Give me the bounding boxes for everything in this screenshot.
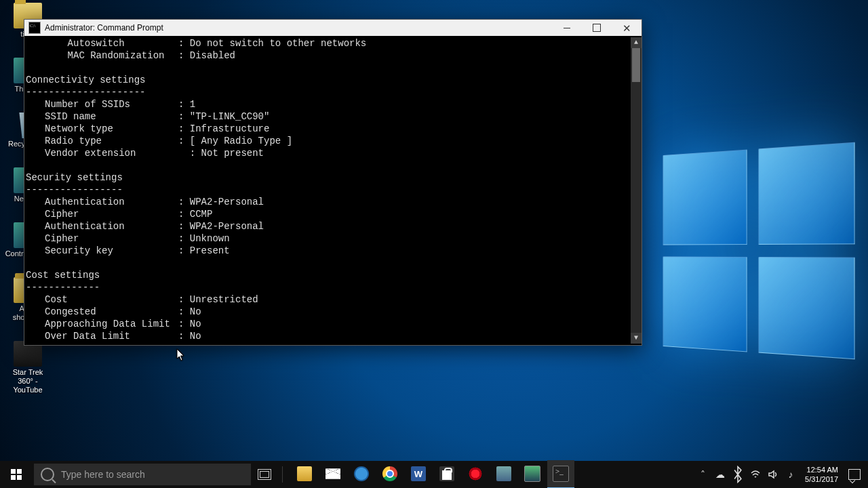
file-explorer-icon: [297, 466, 312, 481]
taskbar-app-file-explorer[interactable]: [291, 460, 318, 488]
terminal-section-heading: Security settings: [26, 171, 631, 184]
terminal-line: Congested: No: [26, 306, 631, 318]
taskbar-app-mail[interactable]: [319, 460, 347, 488]
word-icon: W: [411, 466, 426, 481]
tray-volume-icon[interactable]: [764, 461, 782, 488]
taskbar-app-app-generic[interactable]: [490, 460, 517, 488]
taskbar-app-photos[interactable]: [519, 460, 546, 488]
terminal-line: Roaming: No: [26, 342, 631, 344]
search-placeholder: Type here to search: [61, 469, 145, 480]
desktop-icon-label: Star Trek 360° - YouTube: [4, 368, 52, 394]
terminal-line: Cipher: Unknown: [26, 232, 631, 245]
terminal-line: Authentication: WPA2-Personal: [26, 220, 631, 232]
terminal-section-heading: Connectivity settings: [26, 74, 631, 86]
clock-date: 5/31/2017: [805, 474, 838, 484]
terminal-line: SSID name: "TP-LINK_CC90": [26, 110, 631, 123]
chrome-icon: [382, 466, 397, 481]
taskbar-app-edge[interactable]: [348, 460, 375, 488]
taskbar-app-chrome[interactable]: [376, 460, 403, 488]
terminal-rule: -------------: [26, 281, 631, 293]
terminal-line: Cipher: CCMP: [26, 208, 631, 220]
maximize-button[interactable]: [582, 20, 612, 36]
cmd-icon: [28, 22, 41, 34]
tray-onedrive-icon[interactable]: ☁: [711, 461, 729, 488]
taskbar-app-word[interactable]: W: [405, 460, 432, 488]
terminal-line: Vendor extension : Not present: [26, 147, 631, 159]
terminal-line: Autoswitch: Do not switch to other netwo…: [26, 37, 631, 49]
terminal-line: Network type: Infrastructure: [26, 123, 631, 135]
desktop-icon[interactable]: Star Trek 360° - YouTube: [4, 341, 52, 394]
photos-icon: [524, 466, 540, 482]
terminal-rule: -----------------: [26, 184, 631, 196]
taskbar-app-command-prompt[interactable]: [547, 460, 574, 488]
tray-chevron-icon[interactable]: ˄: [694, 461, 711, 488]
terminal-line: Authentication: WPA2-Personal: [26, 196, 631, 208]
tray-bluetooth-icon[interactable]: [729, 461, 747, 488]
taskbar-separator: [282, 466, 283, 483]
terminal-line: Radio type: [ Any Radio Type ]: [26, 135, 631, 147]
terminal-body[interactable]: Autoswitch: Do not switch to other netwo…: [24, 36, 642, 345]
taskbar-clock[interactable]: 12:54 AM 5/31/2017: [800, 465, 844, 484]
taskbar-apps: W: [291, 460, 574, 488]
action-center-button[interactable]: [844, 461, 865, 488]
minimize-button[interactable]: [552, 20, 582, 36]
search-box[interactable]: Type here to search: [34, 464, 251, 485]
terminal-rule: ---------------------: [26, 86, 631, 98]
terminal-line: MAC Randomization: Disabled: [26, 49, 631, 62]
tray-app-icon[interactable]: ♪: [782, 461, 800, 488]
taskbar-app-opera[interactable]: [462, 460, 489, 488]
taskbar: Type here to search W ˄ ☁ ♪ 12:54 AM 5/3…: [0, 461, 868, 488]
terminal-line: Number of SSIDs: 1: [26, 98, 631, 110]
app-generic-icon: [496, 466, 511, 481]
start-button[interactable]: [0, 461, 33, 488]
scroll-down-arrow[interactable]: ▼: [631, 333, 642, 344]
system-tray: ˄ ☁ ♪ 12:54 AM 5/31/2017: [694, 461, 868, 488]
terminal-section-heading: Cost settings: [26, 269, 631, 281]
taskbar-app-store[interactable]: [433, 460, 460, 488]
mail-icon: [326, 466, 340, 481]
tray-wifi-icon[interactable]: [747, 461, 764, 488]
store-icon: [439, 466, 454, 481]
close-button[interactable]: ✕: [612, 20, 642, 36]
terminal-line: Security key: Present: [26, 245, 631, 257]
window-title: Administrator: Command Prompt: [45, 23, 163, 33]
command-prompt-icon: [553, 466, 569, 482]
task-view-button[interactable]: [251, 461, 278, 488]
scroll-up-arrow[interactable]: ▲: [631, 37, 642, 48]
terminal-line: Over Data Limit: No: [26, 330, 631, 342]
mouse-cursor: [176, 348, 186, 362]
wallpaper-windows-logo: [663, 142, 855, 360]
opera-icon: [468, 466, 483, 481]
search-icon: [41, 468, 54, 481]
titlebar[interactable]: Administrator: Command Prompt ✕: [24, 20, 642, 36]
clock-time: 12:54 AM: [805, 465, 838, 474]
scrollbar[interactable]: ▲ ▼: [631, 37, 642, 344]
scroll-thumb[interactable]: [632, 48, 640, 82]
command-prompt-window: Administrator: Command Prompt ✕ Autoswit…: [24, 19, 642, 346]
terminal-line: Approaching Data Limit: No: [26, 318, 631, 330]
terminal-line: Cost: Unrestricted: [26, 293, 631, 306]
edge-icon: [354, 466, 369, 481]
